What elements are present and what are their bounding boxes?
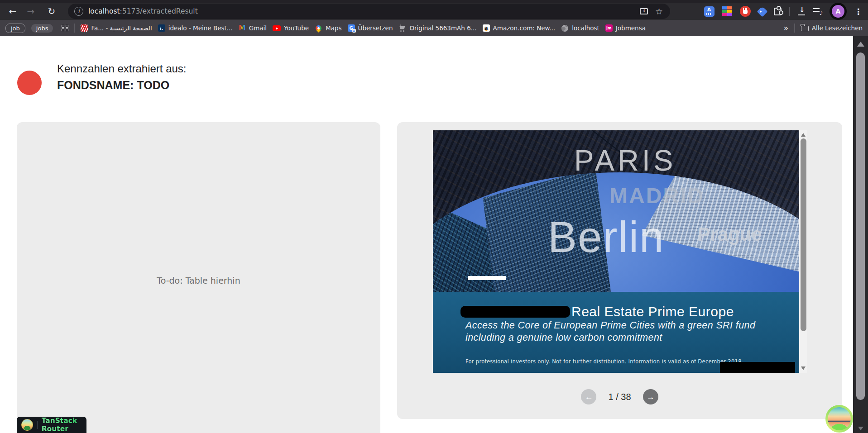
- slide-photo: PARIS MADRID Berlin Prague: [433, 130, 799, 292]
- translator-extension-icon[interactable]: A: [704, 6, 715, 17]
- install-app-icon[interactable]: [640, 8, 648, 14]
- page-scrollbar-thumb[interactable]: [856, 52, 865, 400]
- slide-page: PARIS MADRID Berlin Prague Real Estate P…: [433, 130, 799, 373]
- bookmark-jobmensa[interactable]: jm Jobmensa: [605, 24, 646, 32]
- bookmark-star-icon[interactable]: ☆: [655, 7, 663, 16]
- browser-toolbar: ← → ↻ i localhost:5173/extractedResult ☆…: [0, 3, 868, 20]
- next-page-button[interactable]: →: [643, 389, 658, 404]
- youtube-icon: [273, 25, 281, 31]
- brand-dot: [17, 71, 42, 95]
- forward-button[interactable]: →: [24, 4, 38, 19]
- maps-icon: [314, 24, 322, 32]
- color-grid-extension-icon[interactable]: [722, 6, 732, 16]
- address-bar[interactable]: i localhost:5173/extractedResult ☆: [68, 4, 670, 19]
- bookmark-gmail[interactable]: M Gmail: [239, 24, 267, 32]
- pdf-scrollbar[interactable]: [799, 130, 807, 373]
- tanstack-router-devtools-badge[interactable]: TanStack Router: [17, 417, 86, 433]
- tag-extension-icon[interactable]: [757, 6, 767, 17]
- pdf-scroll-up-icon[interactable]: [801, 133, 806, 137]
- slide-title: Real Estate Prime Europe: [571, 304, 734, 319]
- extensions-puzzle-icon[interactable]: [774, 8, 782, 15]
- bookmark-ft[interactable]: Fa... - الصفحة الرئيسية: [81, 24, 152, 32]
- downloads-icon[interactable]: [797, 7, 806, 15]
- extensions-row: A A ⋮: [704, 3, 868, 20]
- url-host: localhost: [88, 7, 120, 15]
- tab-group-chip-job[interactable]: job: [5, 24, 25, 33]
- bookmark-idealo[interactable]: i. idealo - Meine Best...: [158, 24, 233, 32]
- tab-group-chip-jobs[interactable]: jobs: [31, 24, 53, 33]
- document-viewer-panel: PARIS MADRID Berlin Prague Real Estate P…: [397, 122, 842, 419]
- slide-subtitle-line2: including a genuine low carbon commitmen…: [465, 332, 662, 343]
- tanstack-logo-icon: [21, 419, 33, 431]
- url-path: :5173/extractedResult: [120, 7, 198, 15]
- bookmark-youtube[interactable]: YouTube: [273, 24, 309, 32]
- bookmarks-divider-right: [794, 24, 795, 33]
- apps-grid-icon[interactable]: [62, 25, 68, 32]
- bookmark-original[interactable]: Original 5663mAh 6...: [398, 24, 476, 32]
- page-scrollbar[interactable]: [853, 36, 868, 433]
- bookmarks-divider: [74, 24, 75, 33]
- site-info-icon[interactable]: i: [74, 7, 83, 16]
- city-label-berlin: Berlin: [548, 215, 664, 259]
- bookmark-maps[interactable]: Maps: [315, 24, 342, 32]
- refresh-button[interactable]: ↻: [44, 4, 59, 19]
- url-text: localhost:5173/extractedResult: [88, 7, 198, 15]
- toolbar-divider: [789, 7, 790, 16]
- pdf-scrollbar-thumb[interactable]: [801, 138, 806, 331]
- city-label-prague: Prague: [697, 225, 762, 244]
- bookmark-amazon[interactable]: a Amazon.com: New...: [483, 24, 556, 32]
- profile-avatar[interactable]: A: [830, 3, 847, 20]
- amazon-icon: a: [483, 24, 490, 32]
- slide-dash: [468, 276, 506, 280]
- bookmarks-bar: job jobs Fa... - الصفحة الرئيسية i. idea…: [0, 20, 868, 36]
- page-content: Kennzahlen extrahiert aus: FONDSNAME: TO…: [0, 36, 853, 433]
- back-button[interactable]: ←: [5, 4, 20, 19]
- scroll-down-icon[interactable]: [858, 427, 863, 430]
- metrics-panel: To-do: Table hierhin: [17, 122, 380, 433]
- folder-icon: [801, 26, 809, 31]
- tanstack-router-label: TanStack Router: [42, 417, 82, 433]
- pagination: ← 1 / 38 →: [397, 389, 842, 404]
- slide-disclaimer: For professional investors only. Not for…: [465, 358, 743, 365]
- ft-icon: [81, 24, 88, 32]
- metrics-placeholder-text: To-do: Table hierhin: [157, 276, 240, 285]
- jobmensa-icon: jm: [605, 24, 613, 32]
- slide-title-band: Real Estate Prime Europe Access the Core…: [433, 292, 799, 373]
- bookmarks-overflow-chevron[interactable]: »: [784, 24, 788, 33]
- previous-page-button[interactable]: ←: [581, 389, 596, 404]
- city-label-madrid: MADRID: [609, 185, 705, 207]
- bookmark-uebersetzen[interactable]: GA Übersetzen: [348, 24, 393, 32]
- globe-icon: [561, 25, 568, 32]
- redaction-bar: [460, 306, 570, 318]
- adblock-extension-icon[interactable]: [740, 6, 751, 17]
- translate-icon: GA: [348, 24, 355, 32]
- browser-window: ← → ↻ i localhost:5173/extractedResult ☆…: [0, 0, 868, 433]
- bookmark-localhost[interactable]: localhost: [561, 24, 599, 32]
- tanstack-devtools-toggle[interactable]: [825, 405, 853, 433]
- cart-icon: [398, 25, 406, 32]
- idealo-icon: i.: [158, 24, 165, 32]
- gmail-icon: M: [239, 24, 246, 32]
- playlist-icon[interactable]: [813, 8, 822, 15]
- all-bookmarks-button[interactable]: Alle Lesezeichen: [801, 24, 863, 32]
- pdf-scroll-down-icon[interactable]: [801, 366, 806, 370]
- tanstack-toggle-logo-icon: [828, 407, 851, 430]
- page-title: Kennzahlen extrahiert aus:: [57, 62, 187, 75]
- fund-name-heading: FONDSNAME: TODO: [57, 79, 169, 92]
- city-label-paris: PARIS: [574, 146, 676, 175]
- scroll-up-icon[interactable]: [857, 42, 864, 47]
- slide-subtitle-line1: Access the Core of European Prime Cities…: [465, 320, 755, 331]
- page-indicator: 1 / 38: [608, 392, 631, 402]
- pdf-viewer: PARIS MADRID Berlin Prague Real Estate P…: [433, 130, 807, 373]
- redaction-bar-small: [720, 362, 795, 373]
- browser-menu-icon[interactable]: ⋮: [854, 7, 863, 16]
